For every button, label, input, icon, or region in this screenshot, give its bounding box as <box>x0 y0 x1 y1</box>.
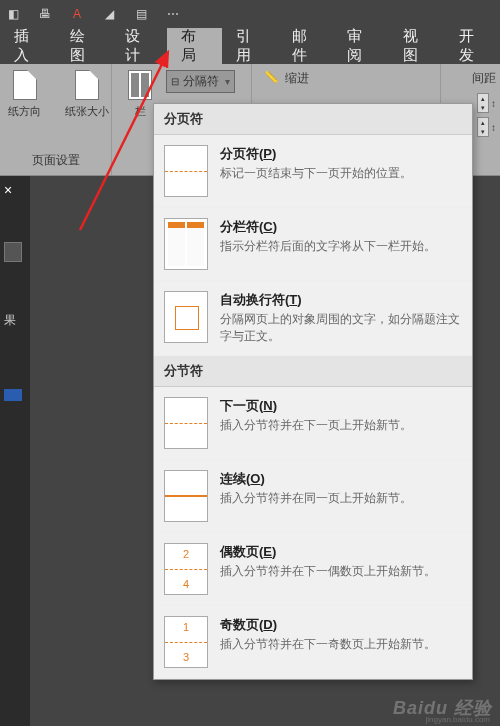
section-break-header: 分节符 <box>154 356 472 387</box>
page-break-icon <box>164 145 208 197</box>
breaks-label: 分隔符 <box>183 73 219 90</box>
page-setup-group: 纸方向 纸张大小 页面设置 <box>0 64 112 175</box>
tab-review[interactable]: 审阅 <box>333 28 389 64</box>
tab-mail[interactable]: 邮件 <box>278 28 334 64</box>
continuous-desc: 插入分节符并在同一页上开始新节。 <box>220 490 462 507</box>
even-page-item[interactable]: 24 偶数页(E) 插入分节符并在下一偶数页上开始新节。 <box>154 533 472 606</box>
tab-layout[interactable]: 布局 <box>167 28 223 64</box>
text-wrapping-item[interactable]: 自动换行符(T) 分隔网页上的对象周围的文字，如分隔题注文字与正文。 <box>154 281 472 356</box>
odd-page-item[interactable]: 13 奇数页(D) 插入分节符并在下一奇数页上开始新节。 <box>154 606 472 679</box>
tab-view[interactable]: 视图 <box>389 28 445 64</box>
continuous-item[interactable]: 连续(O) 插入分节符并在同一页上开始新节。 <box>154 460 472 533</box>
present-icon[interactable]: ◧ <box>4 5 22 23</box>
spacing-label: 间距 <box>472 70 496 87</box>
print-icon[interactable]: 🖶 <box>36 5 54 23</box>
text-wrapping-desc: 分隔网页上的对象周围的文字，如分隔题注文字与正文。 <box>220 311 462 345</box>
continuous-icon <box>164 470 208 522</box>
ribbon-tabs: 插入 绘图 设计 布局 引用 邮件 审阅 视图 开发 <box>0 28 500 64</box>
text-wrapping-icon <box>164 291 208 343</box>
breaks-button[interactable]: ⊟ 分隔符 <box>166 70 235 93</box>
breaks-icon: ⊟ <box>171 76 179 87</box>
column-break-icon <box>164 218 208 270</box>
continuous-title: 连续(O) <box>220 470 462 488</box>
even-page-title: 偶数页(E) <box>220 543 462 561</box>
selected-result-item[interactable] <box>4 389 22 401</box>
indent-header-label: 缩进 <box>285 70 309 87</box>
quick-access-toolbar: ◧ 🖶 A ◢ ▤ ⋯ <box>0 0 500 28</box>
orientation-label: 纸方向 <box>8 104 41 119</box>
page-icon <box>13 70 37 100</box>
highlight-icon[interactable]: ◢ <box>100 5 118 23</box>
indent-stepper[interactable]: ▴▾ <box>477 93 489 113</box>
column-break-desc: 指示分栏符后面的文字将从下一栏开始。 <box>220 238 462 255</box>
tab-design[interactable]: 设计 <box>111 28 167 64</box>
text-wrapping-title: 自动换行符(T) <box>220 291 462 309</box>
tab-references[interactable]: 引用 <box>222 28 278 64</box>
odd-page-icon: 13 <box>164 616 208 668</box>
even-page-icon: 24 <box>164 543 208 595</box>
page-break-item[interactable]: 分页符(P) 标记一页结束与下一页开始的位置。 <box>154 135 472 208</box>
ruler-icon: 📏 <box>264 70 279 87</box>
breaks-dropdown: 分页符 分页符(P) 标记一页结束与下一页开始的位置。 分栏符(C) 指示分栏符… <box>153 103 473 680</box>
next-page-desc: 插入分节符并在下一页上开始新节。 <box>220 417 462 434</box>
page-break-title: 分页符(P) <box>220 145 462 163</box>
page-break-section-header: 分页符 <box>154 104 472 135</box>
close-panel-button[interactable]: × <box>4 182 26 198</box>
next-page-item[interactable]: 下一页(N) 插入分节符并在下一页上开始新节。 <box>154 387 472 460</box>
navigation-panel: × 果 <box>0 176 30 726</box>
spacing-before-icon: ↕ <box>491 98 496 109</box>
tab-dev[interactable]: 开发 <box>445 28 501 64</box>
even-page-desc: 插入分节符并在下一偶数页上开始新节。 <box>220 563 462 580</box>
orientation-button[interactable]: 纸方向 <box>0 68 51 119</box>
page-icon <box>75 70 99 100</box>
tab-insert[interactable]: 插入 <box>0 28 56 64</box>
search-input-stub[interactable] <box>4 242 22 262</box>
column-break-item[interactable]: 分栏符(C) 指示分栏符后面的文字将从下一栏开始。 <box>154 208 472 281</box>
indent-stepper-2[interactable]: ▴▾ <box>477 117 489 137</box>
column-break-title: 分栏符(C) <box>220 218 462 236</box>
watermark-sub: jingyan.baidu.com <box>426 715 490 724</box>
page-setup-group-label: 页面设置 <box>32 152 80 173</box>
tab-draw[interactable]: 绘图 <box>56 28 112 64</box>
columns-label: 栏 <box>135 104 146 119</box>
size-label: 纸张大小 <box>65 104 109 119</box>
page-size-button[interactable]: 纸张大小 <box>61 68 113 119</box>
font-color-icon[interactable]: A <box>68 5 86 23</box>
columns-icon <box>128 70 152 100</box>
odd-page-desc: 插入分节符并在下一奇数页上开始新节。 <box>220 636 462 653</box>
new-doc-icon[interactable]: ▤ <box>132 5 150 23</box>
spacing-after-icon: ↕ <box>491 122 496 133</box>
qat-more-icon[interactable]: ⋯ <box>164 5 182 23</box>
next-page-icon <box>164 397 208 449</box>
odd-page-title: 奇数页(D) <box>220 616 462 634</box>
page-break-desc: 标记一页结束与下一页开始的位置。 <box>220 165 462 182</box>
next-page-title: 下一页(N) <box>220 397 462 415</box>
results-label: 果 <box>4 312 26 329</box>
